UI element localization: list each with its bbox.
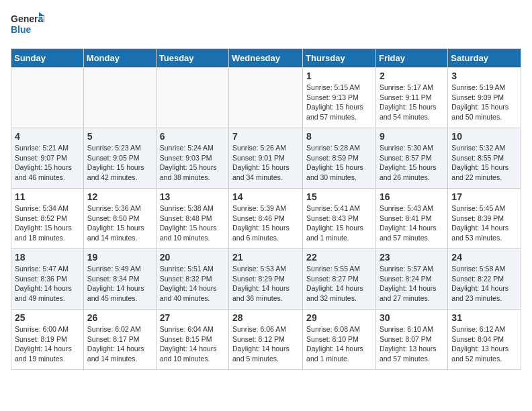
day-cell: 5Sunrise: 5:23 AM Sunset: 9:05 PM Daylig… (83, 128, 156, 189)
day-info: Sunrise: 5:43 AM Sunset: 8:41 PM Dayligh… (380, 203, 444, 243)
weekday-header-thursday: Thursday (303, 49, 376, 68)
calendar-table: SundayMondayTuesdayWednesdayThursdayFrid… (11, 48, 521, 370)
day-info: Sunrise: 5:15 AM Sunset: 9:13 PM Dayligh… (306, 83, 372, 122)
weekday-header-friday: Friday (375, 49, 447, 68)
day-cell: 30Sunrise: 6:10 AM Sunset: 8:07 PM Dayli… (375, 310, 447, 370)
day-cell: 6Sunrise: 5:24 AM Sunset: 9:03 PM Daylig… (156, 128, 228, 189)
day-cell: 8Sunrise: 5:28 AM Sunset: 8:59 PM Daylig… (303, 128, 376, 189)
day-cell: 26Sunrise: 6:02 AM Sunset: 8:17 PM Dayli… (83, 310, 156, 370)
week-row-2: 4Sunrise: 5:21 AM Sunset: 9:07 PM Daylig… (11, 128, 521, 189)
day-info: Sunrise: 6:00 AM Sunset: 8:19 PM Dayligh… (15, 324, 80, 364)
day-cell: 31Sunrise: 6:12 AM Sunset: 8:04 PM Dayli… (448, 310, 521, 370)
day-number: 21 (232, 252, 299, 263)
calendar-header: General Blue (11, 11, 521, 40)
day-number: 14 (232, 191, 299, 202)
day-cell: 14Sunrise: 5:39 AM Sunset: 8:46 PM Dayli… (229, 189, 303, 249)
weekday-header-saturday: Saturday (448, 49, 521, 68)
day-number: 22 (306, 252, 372, 263)
day-info: Sunrise: 5:41 AM Sunset: 8:43 PM Dayligh… (306, 203, 372, 243)
day-cell: 29Sunrise: 6:08 AM Sunset: 8:10 PM Dayli… (303, 310, 376, 370)
day-number: 28 (232, 312, 299, 323)
week-row-1: 1Sunrise: 5:15 AM Sunset: 9:13 PM Daylig… (11, 68, 521, 128)
day-number: 20 (160, 252, 225, 263)
day-number: 10 (451, 131, 517, 142)
day-number: 5 (87, 131, 152, 142)
day-cell: 25Sunrise: 6:00 AM Sunset: 8:19 PM Dayli… (11, 310, 84, 370)
day-number: 2 (380, 71, 444, 81)
day-number: 23 (380, 252, 444, 263)
weekday-header-monday: Monday (83, 49, 156, 68)
day-cell (83, 68, 156, 128)
day-number: 16 (380, 191, 444, 202)
day-info: Sunrise: 5:49 AM Sunset: 8:34 PM Dayligh… (87, 264, 152, 304)
day-cell: 10Sunrise: 5:32 AM Sunset: 8:55 PM Dayli… (448, 128, 521, 189)
day-cell: 20Sunrise: 5:51 AM Sunset: 8:32 PM Dayli… (156, 249, 228, 310)
weekday-header-sunday: Sunday (11, 49, 84, 68)
day-info: Sunrise: 5:26 AM Sunset: 9:01 PM Dayligh… (232, 143, 299, 183)
day-number: 27 (160, 312, 225, 323)
day-number: 11 (15, 191, 80, 202)
day-number: 15 (306, 191, 372, 202)
day-cell: 24Sunrise: 5:58 AM Sunset: 8:22 PM Dayli… (448, 249, 521, 310)
day-info: Sunrise: 5:32 AM Sunset: 8:55 PM Dayligh… (451, 143, 517, 183)
day-cell: 17Sunrise: 5:45 AM Sunset: 8:39 PM Dayli… (448, 189, 521, 249)
day-number: 13 (160, 191, 225, 202)
day-number: 9 (380, 131, 444, 142)
week-row-5: 25Sunrise: 6:00 AM Sunset: 8:19 PM Dayli… (11, 310, 521, 370)
day-info: Sunrise: 5:19 AM Sunset: 9:09 PM Dayligh… (451, 83, 517, 122)
day-cell: 1Sunrise: 5:15 AM Sunset: 9:13 PM Daylig… (303, 68, 376, 128)
weekday-header-row: SundayMondayTuesdayWednesdayThursdayFrid… (11, 49, 521, 68)
day-number: 25 (15, 312, 80, 323)
day-info: Sunrise: 5:47 AM Sunset: 8:36 PM Dayligh… (15, 264, 80, 304)
day-info: Sunrise: 5:34 AM Sunset: 8:52 PM Dayligh… (15, 203, 80, 243)
day-number: 7 (232, 131, 299, 142)
day-cell (229, 68, 303, 128)
weekday-header-wednesday: Wednesday (229, 49, 303, 68)
day-number: 4 (15, 131, 80, 142)
day-number: 26 (87, 312, 152, 323)
day-info: Sunrise: 5:57 AM Sunset: 8:24 PM Dayligh… (380, 264, 444, 304)
day-info: Sunrise: 6:12 AM Sunset: 8:04 PM Dayligh… (451, 324, 517, 364)
day-info: Sunrise: 5:58 AM Sunset: 8:22 PM Dayligh… (451, 264, 517, 304)
week-row-4: 18Sunrise: 5:47 AM Sunset: 8:36 PM Dayli… (11, 249, 521, 310)
day-info: Sunrise: 6:08 AM Sunset: 8:10 PM Dayligh… (306, 324, 372, 364)
day-info: Sunrise: 6:04 AM Sunset: 8:15 PM Dayligh… (160, 324, 225, 364)
day-info: Sunrise: 5:21 AM Sunset: 9:07 PM Dayligh… (15, 143, 80, 183)
day-info: Sunrise: 6:06 AM Sunset: 8:12 PM Dayligh… (232, 324, 299, 364)
day-number: 17 (451, 191, 517, 202)
day-cell: 7Sunrise: 5:26 AM Sunset: 9:01 PM Daylig… (229, 128, 303, 189)
day-number: 19 (87, 252, 152, 263)
day-cell: 21Sunrise: 5:53 AM Sunset: 8:29 PM Dayli… (229, 249, 303, 310)
logo-container: General Blue (11, 11, 47, 40)
day-cell: 16Sunrise: 5:43 AM Sunset: 8:41 PM Dayli… (375, 189, 447, 249)
day-info: Sunrise: 6:02 AM Sunset: 8:17 PM Dayligh… (87, 324, 152, 364)
day-number: 24 (451, 252, 517, 263)
logo-icon: General Blue (11, 11, 44, 38)
day-cell: 13Sunrise: 5:38 AM Sunset: 8:48 PM Dayli… (156, 189, 228, 249)
day-cell: 19Sunrise: 5:49 AM Sunset: 8:34 PM Dayli… (83, 249, 156, 310)
day-info: Sunrise: 5:24 AM Sunset: 9:03 PM Dayligh… (160, 143, 225, 183)
day-info: Sunrise: 5:28 AM Sunset: 8:59 PM Dayligh… (306, 143, 372, 183)
day-cell: 28Sunrise: 6:06 AM Sunset: 8:12 PM Dayli… (229, 310, 303, 370)
day-number: 31 (451, 312, 517, 323)
svg-text:Blue: Blue (11, 24, 32, 35)
day-cell (11, 68, 84, 128)
day-cell: 22Sunrise: 5:55 AM Sunset: 8:27 PM Dayli… (303, 249, 376, 310)
day-cell: 11Sunrise: 5:34 AM Sunset: 8:52 PM Dayli… (11, 189, 84, 249)
day-info: Sunrise: 5:51 AM Sunset: 8:32 PM Dayligh… (160, 264, 225, 304)
day-number: 29 (306, 312, 372, 323)
day-number: 18 (15, 252, 80, 263)
day-info: Sunrise: 5:17 AM Sunset: 9:11 PM Dayligh… (380, 83, 444, 122)
day-info: Sunrise: 6:10 AM Sunset: 8:07 PM Dayligh… (380, 324, 444, 364)
day-cell: 23Sunrise: 5:57 AM Sunset: 8:24 PM Dayli… (375, 249, 447, 310)
day-cell: 2Sunrise: 5:17 AM Sunset: 9:11 PM Daylig… (375, 68, 447, 128)
logo: General Blue (11, 11, 47, 40)
day-info: Sunrise: 5:39 AM Sunset: 8:46 PM Dayligh… (232, 203, 299, 243)
day-info: Sunrise: 5:23 AM Sunset: 9:05 PM Dayligh… (87, 143, 152, 183)
day-number: 8 (306, 131, 372, 142)
day-number: 3 (451, 71, 517, 81)
day-number: 30 (380, 312, 444, 323)
day-cell: 15Sunrise: 5:41 AM Sunset: 8:43 PM Dayli… (303, 189, 376, 249)
day-number: 12 (87, 191, 152, 202)
day-cell: 4Sunrise: 5:21 AM Sunset: 9:07 PM Daylig… (11, 128, 84, 189)
